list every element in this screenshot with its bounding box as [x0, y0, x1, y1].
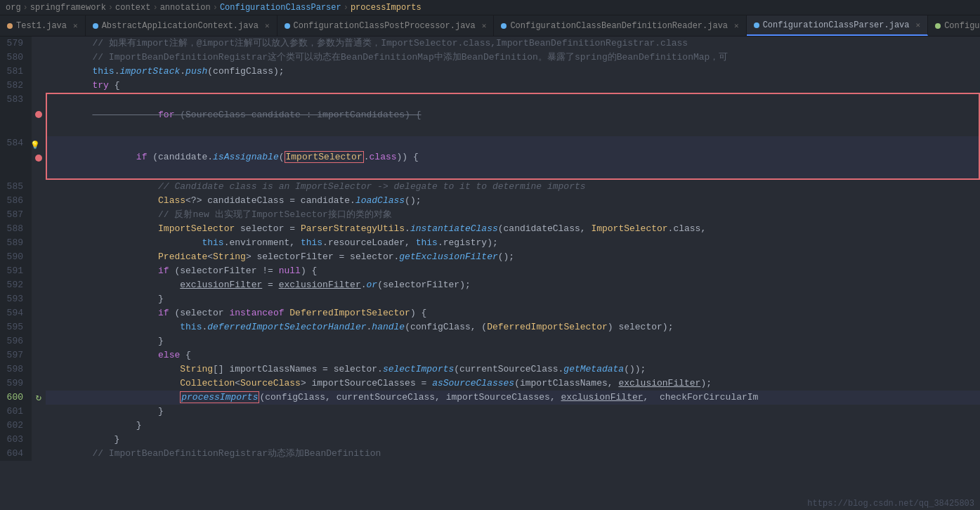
line-589: 589 this.environment, this.resourceLoade… — [0, 236, 980, 250]
tab-close-classparser[interactable]: ✕ — [916, 20, 921, 30]
bulb-icon-584[interactable]: 💡 — [30, 138, 40, 152]
line-590: 590 Predicate<String> selectorFilter = s… — [0, 250, 980, 264]
tab-test1[interactable]: Test1.java ✕ — [0, 15, 86, 36]
tab-label-test1: Test1.java — [16, 21, 67, 31]
tab-classparser[interactable]: ConfigurationClassParser.java ✕ — [747, 15, 928, 36]
tab-abstract[interactable]: AbstractApplicationContext.java ✕ — [86, 15, 277, 36]
tab-beandefinition[interactable]: ConfigurationClassBeanDefinitionReader.j… — [494, 15, 746, 36]
breadcrumb-method[interactable]: processImports — [351, 3, 422, 13]
line-592: 592 exclusionFilter = exclusionFilter.or… — [0, 278, 980, 292]
line-596: 596 } — [0, 334, 980, 348]
tab-close-beandefinition[interactable]: ✕ — [734, 21, 739, 30]
tab-dot-abstract — [93, 23, 98, 29]
tab-close-postprocessor[interactable]: ✕ — [482, 21, 487, 30]
tab-label-abstract: AbstractApplicationContext.java — [102, 21, 259, 31]
line-598: 598 String[] importClassNames = selector… — [0, 362, 980, 377]
tab-postprocessor[interactable]: ConfigurationClassPostProcessor.java ✕ — [277, 15, 495, 36]
breadcrumb-classparser[interactable]: ConfigurationClassParser — [220, 3, 341, 13]
line-583: 583 for (SourceClass candidate : importC… — [0, 93, 980, 136]
line-587: 587 // 反射new 出实现了ImportSelector接口的类的对象 — [0, 208, 980, 222]
breadcrumb-annotation[interactable]: annotation — [160, 3, 211, 13]
line-588: 588 ImportSelector selector = ParserStra… — [0, 222, 980, 236]
line-602: 602 } — [0, 419, 980, 433]
breadcrumb-org[interactable]: org — [6, 3, 21, 13]
line-594: 594 if (selector instanceof DeferredImpo… — [0, 306, 980, 320]
breakpoint-583[interactable] — [35, 111, 42, 118]
line-581: 581 this.importStack.push(configClass); — [0, 65, 980, 79]
breakpoint-584[interactable] — [35, 155, 42, 162]
tab-dot-postprocessor — [285, 23, 290, 29]
debug-arrow-icon: ↻ — [36, 391, 41, 405]
tab-label-classparser: ConfigurationClassParser.java — [763, 20, 910, 30]
tab-configclass[interactable]: ConfigurationClass.java ✕ — [928, 15, 980, 36]
tab-dot-classparser — [754, 22, 759, 28]
line-591: 591 if (selectorFilter != null) { — [0, 264, 980, 278]
line-599: 599 Collection<SourceClass> importSource… — [0, 377, 980, 391]
tab-label-configclass: ConfigurationClass.java — [944, 21, 980, 31]
line-579: 579 // 如果有import注解，@import注解可以放入参数，参数为普通… — [0, 37, 980, 51]
url-label: https://blog.csdn.net/qq_38425803 — [807, 499, 974, 509]
tab-bar: Test1.java ✕ AbstractApplicationContext.… — [0, 15, 980, 37]
tab-close-abstract[interactable]: ✕ — [265, 21, 270, 30]
line-582: 582 try { — [0, 79, 980, 93]
line-580: 580 // ImportBeanDefinitionRegistrar这个类可… — [0, 51, 980, 65]
line-585: 585 // Candidate class is an ImportSelec… — [0, 180, 980, 194]
tab-dot-test1 — [7, 23, 13, 29]
tab-close-test1[interactable]: ✕ — [73, 21, 78, 30]
line-584: 584 💡 if (candidate.isAssignable(ImportS… — [0, 136, 980, 180]
line-603: 603 } — [0, 433, 980, 447]
tab-label-beandefinition: ConfigurationClassBeanDefinitionReader.j… — [510, 21, 728, 31]
line-604: 604 // ImportBeanDefinitionRegistrar动态添加… — [0, 447, 980, 461]
tab-dot-configclass — [935, 23, 941, 29]
tab-dot-beandefinition — [501, 23, 507, 29]
line-600: 600 ↻ processImports(configClass, curren… — [0, 391, 980, 405]
editor-area: 579 // 如果有import注解，@import注解可以放入参数，参数为普通… — [0, 37, 980, 510]
code-lines[interactable]: 579 // 如果有import注解，@import注解可以放入参数，参数为普通… — [0, 37, 980, 510]
breadcrumb-springframework[interactable]: springframework — [30, 3, 106, 13]
breadcrumb-context[interactable]: context — [115, 3, 150, 13]
line-601: 601 } — [0, 405, 980, 419]
line-593: 593 } — [0, 292, 980, 306]
line-586: 586 Class<?> candidateClass = candidate.… — [0, 194, 980, 208]
line-595: 595 this.deferredImportSelectorHandler.h… — [0, 320, 980, 334]
line-597: 597 else { — [0, 348, 980, 362]
tab-label-postprocessor: ConfigurationClassPostProcessor.java — [294, 21, 476, 31]
breadcrumb-bar: org › springframework › context › annota… — [0, 0, 980, 15]
